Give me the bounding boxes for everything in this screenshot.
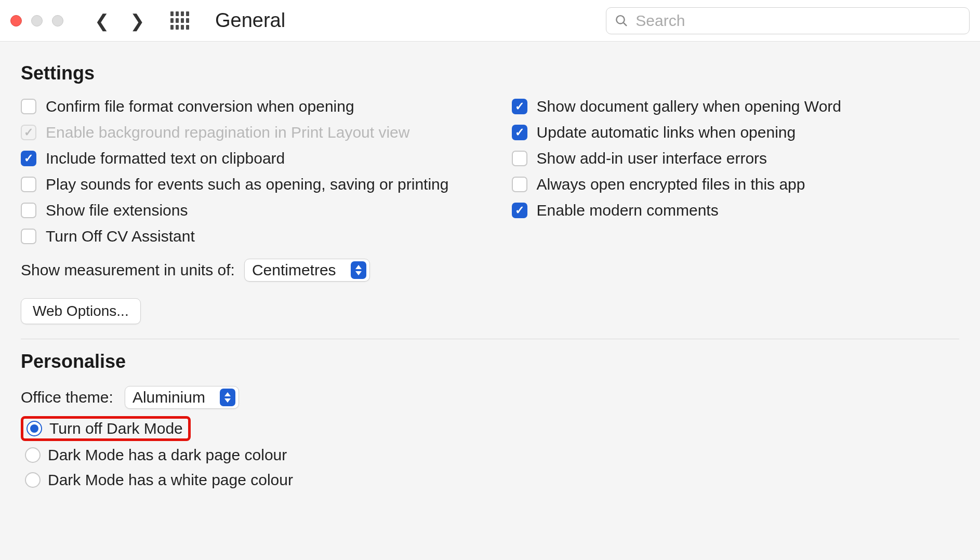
window-minimize-button[interactable] (31, 15, 43, 26)
checkbox-row: Show add-in user interface errors (512, 150, 959, 167)
checkbox-row: Enable modern comments (512, 202, 959, 219)
checkbox[interactable] (512, 151, 527, 166)
checkbox-label: Turn Off CV Assistant (46, 228, 195, 245)
settings-column-left: Confirm file format conversion when open… (21, 98, 491, 324)
settings-heading: Settings (21, 62, 959, 84)
search-input[interactable] (635, 12, 961, 30)
checkbox-label: Show file extensions (46, 202, 188, 219)
checkbox-row: Confirm file format conversion when open… (21, 98, 491, 115)
window-close-button[interactable] (10, 15, 22, 26)
search-icon (615, 14, 628, 28)
traffic-lights (10, 15, 63, 26)
office-theme-select[interactable]: Aluminium (125, 386, 239, 409)
toolbar: ❮ ❯ General (0, 0, 980, 42)
stepper-icon (220, 389, 235, 406)
checkbox-row: Show file extensions (21, 202, 491, 219)
office-theme-value: Aluminium (133, 389, 205, 406)
section-divider (21, 339, 959, 339)
checkbox[interactable] (21, 229, 36, 244)
measurement-row: Show measurement in units of:Centimetres (21, 259, 491, 282)
web-options-button[interactable]: Web Options... (21, 298, 141, 324)
office-theme-label: Office theme: (21, 389, 113, 406)
svg-point-0 (616, 16, 624, 23)
show-all-icon[interactable] (170, 11, 189, 30)
checkbox[interactable] (512, 177, 527, 192)
checkbox[interactable] (21, 151, 36, 166)
checkbox-row: Include formatted text on clipboard (21, 150, 491, 167)
window-zoom-button[interactable] (52, 15, 63, 26)
radio-label: Dark Mode has a dark page colour (48, 446, 287, 464)
radio-button[interactable] (27, 421, 42, 436)
back-button[interactable]: ❮ (95, 10, 109, 31)
measurement-label: Show measurement in units of: (21, 261, 235, 279)
search-field-wrap[interactable] (606, 7, 970, 34)
radio-row: Dark Mode has a white page colour (21, 469, 297, 491)
radio-row: Turn off Dark Mode (21, 416, 191, 441)
checkbox-label: Enable modern comments (537, 202, 719, 219)
measurement-value: Centimetres (252, 261, 336, 279)
radio-button[interactable] (25, 447, 41, 463)
checkbox[interactable] (21, 99, 36, 114)
checkbox[interactable] (21, 203, 36, 218)
radio-label: Dark Mode has a white page colour (48, 471, 293, 489)
checkbox-label: Enable background repagination in Print … (46, 124, 409, 141)
settings-grid: Confirm file format conversion when open… (21, 98, 959, 324)
checkbox-row: Turn Off CV Assistant (21, 228, 491, 245)
office-theme-row: Office theme: Aluminium (21, 386, 959, 409)
checkbox-label: Show document gallery when opening Word (537, 98, 841, 115)
checkbox-label: Play sounds for events such as opening, … (46, 176, 448, 193)
stepper-icon (351, 261, 366, 279)
radio-button[interactable] (25, 472, 41, 488)
svg-line-1 (624, 22, 627, 25)
checkbox-row: Play sounds for events such as opening, … (21, 176, 491, 193)
radio-label: Turn off Dark Mode (49, 420, 183, 437)
radio-row: Dark Mode has a dark page colour (21, 444, 291, 466)
measurement-select[interactable]: Centimetres (244, 259, 370, 282)
checkbox-label: Include formatted text on clipboard (46, 150, 285, 167)
checkbox-row: Show document gallery when opening Word (512, 98, 959, 115)
checkbox-row: Update automatic links when opening (512, 124, 959, 141)
dark-mode-radio-group: Turn off Dark ModeDark Mode has a dark p… (21, 416, 959, 491)
checkbox-label: Confirm file format conversion when open… (46, 98, 354, 115)
checkbox-row: Always open encrypted files in this app (512, 176, 959, 193)
checkbox-label: Update automatic links when opening (537, 124, 796, 141)
checkbox[interactable] (21, 177, 36, 192)
forward-button[interactable]: ❯ (130, 10, 144, 31)
checkbox-label: Always open encrypted files in this app (537, 176, 805, 193)
checkbox-row: Enable background repagination in Print … (21, 124, 491, 141)
checkbox (21, 125, 36, 140)
personalise-heading: Personalise (21, 351, 959, 372)
checkbox[interactable] (512, 99, 527, 114)
checkbox[interactable] (512, 203, 527, 218)
settings-column-right: Show document gallery when opening WordU… (512, 98, 959, 324)
checkbox-label: Show add-in user interface errors (537, 150, 767, 167)
page-title: General (215, 9, 285, 32)
nav-arrows: ❮ ❯ (95, 10, 144, 31)
checkbox[interactable] (512, 125, 527, 140)
